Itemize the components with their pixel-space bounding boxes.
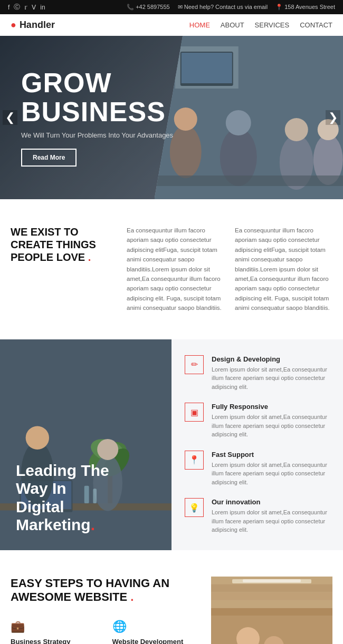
svg-rect-35	[243, 579, 301, 582]
nav-contact[interactable]: CONTACT	[300, 21, 332, 29]
about-title-area: WE EXIST TO CREATE THINGS PEOPLE LOVE .	[11, 226, 116, 313]
about-section: WE EXIST TO CREATE THINGS PEOPLE LOVE . …	[0, 199, 343, 339]
hero-section: GROW BUSINESS We Will Turn Your Problems…	[0, 36, 343, 199]
step-0: 💼 Business Strategy Lorem ipsum dolor si…	[11, 620, 99, 644]
svg-point-9	[284, 118, 308, 141]
logo-text: Handler	[20, 19, 55, 31]
social-icons[interactable]: f Ⓒ 𝕣 Ⅴ in	[8, 3, 45, 12]
nav-about[interactable]: ABOUT	[221, 21, 244, 29]
steps-content: EASY STEPS TO HAVING AN AWESOME WEBSITE …	[11, 577, 201, 644]
services-heading: Leading The Way In Digital Marketing.	[16, 462, 109, 534]
svg-point-22	[26, 426, 49, 449]
email-info: ✉ Need help? Contact us via email	[178, 4, 268, 11]
design-icon: ✏	[185, 355, 204, 374]
service-item-2: 📍 Fast Support Lorem ipsum dolor sit ame…	[185, 451, 330, 487]
address-info: 📍 158 Avenues Street	[275, 4, 335, 11]
nav-services[interactable]: SERVICES	[255, 21, 290, 29]
steps-image	[211, 577, 332, 644]
steps-grid: 💼 Business Strategy Lorem ipsum dolor si…	[11, 620, 201, 644]
hero-subtitle: We Will Turn Your Problems Into Your Adv…	[21, 131, 173, 139]
service-desc-1: Lorem ipsum dolor sit amet,Ea consequunt…	[212, 413, 330, 439]
service-title-3: Our innovation	[212, 498, 330, 506]
service-title-2: Fast Support	[212, 451, 330, 458]
hero-content: GROW BUSINESS We Will Turn Your Problems…	[0, 53, 194, 182]
step-title-1: Website Development	[112, 638, 201, 644]
service-desc-2: Lorem ipsum dolor sit amet,Ea consequunt…	[212, 461, 330, 487]
svg-point-7	[225, 110, 251, 135]
svg-rect-32	[211, 608, 332, 616]
services-list: ✏ Design & Developing Lorem ipsum dolor …	[172, 339, 343, 550]
twitter-icon[interactable]: 𝕣	[24, 4, 27, 11]
service-item-1: ▣ Fully Responsive Lorem ipsum dolor sit…	[185, 403, 330, 439]
about-dot: .	[85, 251, 91, 263]
service-item-3: 💡 Our innovation Lorem ipsum dolor sit a…	[185, 498, 330, 534]
step-1: 🌐 Website Development Lorem ipsum dolor …	[112, 620, 201, 644]
service-text-1: Fully Responsive Lorem ipsum dolor sit a…	[212, 403, 330, 439]
service-desc-3: Lorem ipsum dolor sit amet,Ea consequunt…	[212, 508, 330, 534]
about-col2: Ea consequuntur illum facoro aporiam saq…	[235, 226, 332, 313]
navbar: ● Handler HOME ABOUT SERVICES CONTACT	[0, 14, 343, 36]
service-title-0: Design & Developing	[212, 355, 330, 363]
support-icon: 📍	[185, 451, 204, 470]
vk-icon[interactable]: Ⅴ	[32, 4, 36, 11]
hero-title: GROW BUSINESS	[21, 69, 173, 126]
service-title-1: Fully Responsive	[212, 403, 330, 411]
steps-title: EASY STEPS TO HAVING AN AWESOME WEBSITE …	[11, 577, 201, 604]
services-dot: .	[91, 516, 95, 533]
service-desc-0: Lorem ipsum dolor sit amet,Ea consequunt…	[212, 365, 330, 392]
about-col1: Ea consequuntur illum facoro aporiam saq…	[127, 226, 224, 313]
phone-info: 📞 +42 5897555	[127, 4, 170, 11]
top-bar: f Ⓒ 𝕣 Ⅴ in 📞 +42 5897555 ✉ Need help? Co…	[0, 0, 343, 14]
read-more-button[interactable]: Read More	[21, 149, 77, 167]
steps-section: EASY STEPS TO HAVING AN AWESOME WEBSITE …	[0, 550, 343, 644]
hero-next-arrow[interactable]: ❯	[326, 110, 340, 125]
steps-dot: .	[127, 590, 134, 603]
instagram-icon[interactable]: Ⓒ	[14, 3, 20, 12]
nav-home[interactable]: HOME	[189, 21, 210, 29]
service-item-0: ✏ Design & Developing Lorem ipsum dolor …	[185, 355, 330, 392]
step-title-0: Business Strategy	[11, 638, 99, 644]
about-title: WE EXIST TO CREATE THINGS PEOPLE LOVE .	[11, 226, 116, 264]
innovation-icon: 💡	[185, 498, 204, 517]
strategy-icon: 💼	[11, 620, 99, 633]
contact-info: 📞 +42 5897555 ✉ Need help? Contact us vi…	[127, 4, 335, 11]
logo-icon: ●	[11, 19, 16, 31]
webdev-icon: 🌐	[112, 620, 201, 633]
linkedin-icon[interactable]: in	[40, 4, 45, 11]
facebook-icon[interactable]: f	[8, 4, 9, 11]
steps-image-area	[211, 577, 332, 644]
service-text-0: Design & Developing Lorem ipsum dolor si…	[212, 355, 330, 392]
services-section: Leading The Way In Digital Marketing. ✏ …	[0, 339, 343, 550]
hero-prev-arrow[interactable]: ❮	[3, 110, 17, 125]
nav-links: HOME ABOUT SERVICES CONTACT	[189, 21, 332, 29]
services-left-panel: Leading The Way In Digital Marketing.	[0, 339, 172, 550]
responsive-icon: ▣	[185, 403, 204, 422]
logo[interactable]: ● Handler	[11, 19, 55, 31]
service-text-2: Fast Support Lorem ipsum dolor sit amet,…	[212, 451, 330, 487]
svg-point-24	[97, 438, 118, 460]
service-text-3: Our innovation Lorem ipsum dolor sit ame…	[212, 498, 330, 534]
